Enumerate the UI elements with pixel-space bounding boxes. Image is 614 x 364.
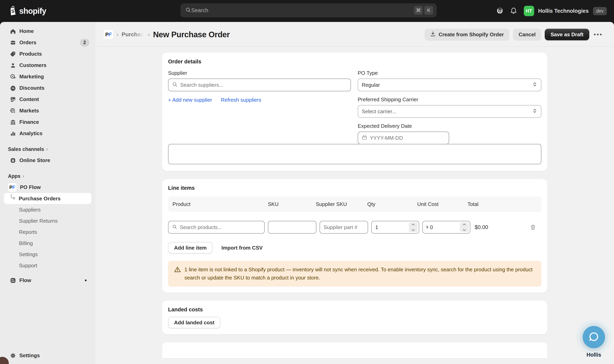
sidebar-item-markets[interactable]: $ Markets [4, 105, 91, 117]
supplier-search-field[interactable] [168, 78, 351, 91]
sku-field[interactable] [268, 221, 316, 234]
bank-icon [10, 119, 16, 125]
supplier-sku-field[interactable] [320, 221, 368, 234]
po-type-select[interactable]: Regular [358, 78, 541, 91]
sidebar-item-label: Flow [19, 277, 31, 284]
svg-text:$: $ [14, 110, 15, 113]
sku-input[interactable] [272, 224, 312, 230]
card-title: Line items [168, 185, 541, 191]
store-avatar[interactable]: HT [524, 6, 534, 16]
sidebar-item-label: Marketing [19, 74, 44, 80]
sidebar-item-supplier-returns[interactable]: Supplier Returns [4, 215, 91, 226]
sidebar-item-app-settings[interactable]: Settings [4, 249, 91, 260]
sidebar-item-customers[interactable]: Customers [4, 60, 91, 71]
sidebar-item-finance[interactable]: Finance [4, 117, 91, 128]
unit-cost-input[interactable] [430, 224, 460, 230]
add-new-supplier-link[interactable]: + Add new supplier [168, 97, 212, 103]
breadcrumb-chevron-icon [117, 31, 118, 38]
sidebar-item-flow[interactable]: Flow [4, 275, 91, 286]
sidebar-item-analytics[interactable]: Analytics [4, 128, 91, 139]
sidebar-item-label: Purchase Orders [19, 195, 61, 202]
supplier-search-input[interactable] [180, 82, 347, 88]
store-name[interactable]: Hollis Technologies [538, 8, 589, 14]
globe-dollar-icon: $ [10, 108, 16, 114]
shipping-address-textarea[interactable] [168, 144, 541, 164]
sidebar-item-products[interactable]: Products [4, 48, 91, 60]
sidebar-item-online-store[interactable]: Online Store [4, 155, 91, 166]
sidebar: Home Orders 2 Products Customers Marketi… [0, 22, 95, 364]
breadcrumb-app-icon[interactable]: PF [103, 29, 113, 39]
sidebar-item-settings[interactable]: Settings [4, 350, 91, 361]
order-details-card: Order details Supplier + Add new supplie… [162, 53, 547, 171]
qty-input[interactable] [375, 224, 408, 230]
delete-line-item-button[interactable] [530, 224, 536, 230]
add-landed-cost-button[interactable]: Add landed cost [168, 317, 220, 328]
chat-launcher-button[interactable] [583, 326, 605, 348]
warning-triangle-icon [174, 266, 181, 282]
column-header-total: Total [467, 201, 541, 207]
sidebar-item-billing[interactable]: Billing [4, 238, 91, 249]
supplier-sku-input[interactable] [323, 224, 364, 230]
sidebar-item-support[interactable]: Support [4, 260, 91, 271]
sidebar-item-po-flow[interactable]: PF PO Flow [4, 182, 91, 193]
delivery-date-field[interactable] [358, 131, 449, 144]
delivery-date-input[interactable] [370, 135, 445, 141]
po-type-label: PO Type [358, 70, 541, 76]
kbd-k: K [424, 6, 433, 15]
tree-arrow-icon [9, 194, 16, 202]
warning-text: 1 line item is not linked to a Shopify p… [184, 266, 535, 282]
sidebar-item-label: Discounts [19, 85, 44, 91]
unit-cost-field[interactable]: $ [422, 221, 470, 234]
topbar: S shopify ⌘ K HT [0, 0, 614, 22]
shopify-logo[interactable]: S shopify [8, 5, 46, 16]
sidebar-item-label: Customers [19, 62, 46, 68]
qty-stepper[interactable] [409, 222, 418, 232]
sales-channels-header[interactable]: Sales channels [8, 145, 91, 154]
calendar-icon [362, 135, 367, 141]
apps-header[interactable]: Apps [8, 172, 91, 180]
target-cursor-icon [10, 74, 16, 80]
sidebar-item-home[interactable]: Home [4, 26, 91, 37]
next-card-partial [162, 342, 547, 358]
search-input[interactable] [191, 7, 412, 13]
tag-icon [10, 51, 16, 57]
notifications-bell-icon[interactable] [510, 7, 517, 15]
save-as-draft-button[interactable]: Save as Draft [545, 29, 589, 40]
breadcrumb-parent[interactable]: Purchase [122, 31, 145, 38]
carrier-label: Preferred Shipping Carrier [358, 96, 541, 103]
sidebar-item-orders[interactable]: Orders 2 [4, 37, 91, 48]
global-search[interactable]: ⌘ K [181, 4, 436, 17]
sidebar-item-label: PO Flow [20, 184, 41, 190]
page-header: PF Purchase New Purchase Order Create fr… [95, 22, 614, 47]
sidebar-item-content[interactable]: Content [4, 94, 91, 105]
sidekick-icon[interactable] [496, 7, 503, 15]
refresh-suppliers-link[interactable]: Refresh suppliers [221, 97, 261, 103]
create-from-shopify-order-button[interactable]: Create from Shopify Order [425, 29, 509, 40]
sidebar-item-label: Settings [19, 352, 40, 359]
app-shell: Home Orders 2 Products Customers Marketi… [0, 22, 614, 364]
add-line-item-button[interactable]: Add line item [168, 242, 213, 254]
line-items-header-row: Product SKU Supplier SKU Qty Unit Cost T… [168, 196, 541, 212]
sidebar-item-label: Analytics [19, 130, 42, 137]
chat-widget: Hollis [581, 326, 607, 358]
sidebar-item-discounts[interactable]: % Discounts [4, 82, 91, 94]
kbd-command: ⌘ [414, 6, 423, 15]
chat-bubble-icon [588, 331, 600, 343]
import-from-csv-button[interactable]: Import from CSV [221, 245, 263, 251]
product-search-input[interactable] [180, 224, 261, 230]
more-actions-button[interactable] [593, 32, 603, 37]
sidebar-item-marketing[interactable]: Marketing [4, 71, 91, 82]
product-search-field[interactable] [168, 221, 265, 234]
column-header-sku: SKU [268, 201, 316, 207]
inventory-sync-warning: 1 line item is not linked to a Shopify p… [168, 261, 541, 287]
breadcrumb-chevron-icon [148, 31, 150, 38]
cancel-button[interactable]: Cancel [513, 29, 541, 40]
unit-cost-stepper[interactable] [460, 222, 469, 232]
sidebar-item-suppliers[interactable]: Suppliers [4, 204, 91, 215]
carrier-select[interactable]: Select carrier... [358, 105, 541, 118]
sidebar-item-purchase-orders[interactable]: Purchase Orders [4, 193, 91, 204]
qty-field[interactable] [371, 221, 419, 234]
shopify-bag-icon: S [8, 5, 17, 16]
sidebar-item-reports[interactable]: Reports [4, 226, 91, 238]
search-icon [185, 7, 191, 14]
